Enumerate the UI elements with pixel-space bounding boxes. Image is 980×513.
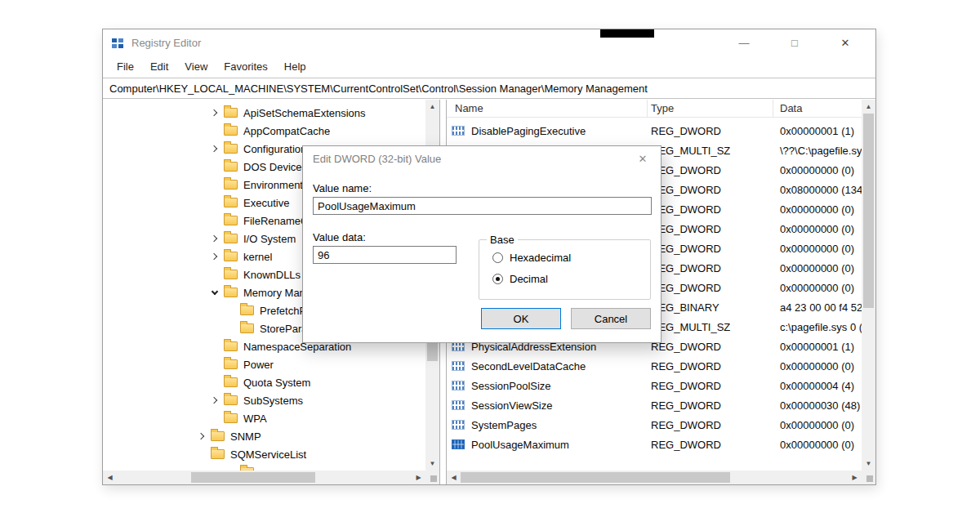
registry-value-icon [452, 126, 465, 136]
column-header-type[interactable]: Type [648, 100, 773, 117]
column-header-name[interactable]: Name [447, 100, 648, 117]
tree-item-label: WPA [243, 413, 267, 425]
expand-arrow-icon[interactable] [210, 253, 216, 260]
folder-icon [224, 162, 238, 172]
folder-icon [211, 431, 225, 441]
tree-item-sqmservicelist[interactable]: SQMServiceList [103, 445, 425, 463]
menu-favorites[interactable]: Favorites [216, 60, 275, 73]
tree-item-apisetschemaextensions[interactable]: ApiSetSchemaExtensions [103, 104, 425, 122]
value-data-cell: 0x00000000 (0) [773, 243, 862, 255]
value-name-cell: SessionPoolSize [447, 380, 648, 392]
decimal-radio[interactable]: Decimal [492, 273, 548, 285]
folder-icon [224, 216, 238, 225]
cancel-button[interactable]: Cancel [571, 308, 651, 329]
value-data-cell: 0x00000000 (0) [773, 164, 862, 176]
value-data-cell: a4 23 00 00 f4 52 [773, 301, 862, 314]
folder-icon [224, 144, 238, 154]
expand-arrow-icon[interactable] [210, 145, 216, 152]
scroll-down-icon[interactable]: ▼ [862, 457, 875, 471]
value-row-secondleveldatacache[interactable]: SecondLevelDataCacheREG_DWORD0x00000000 … [447, 356, 862, 376]
value-name-cell: SystemPages [447, 419, 648, 431]
value-type-cell: REG_BINARY [648, 301, 773, 314]
ok-button[interactable]: OK [481, 308, 561, 329]
value-type-cell: REG_DWORD [648, 282, 773, 294]
menu-edit[interactable]: Edit [142, 60, 176, 73]
value-name-cell: DisablePagingExecutive [447, 125, 648, 137]
radio-checked-icon[interactable] [492, 274, 503, 284]
tree-item-quota-system[interactable]: Quota System [103, 373, 425, 391]
list-vertical-scrollbar[interactable]: ▲ ▼ [862, 100, 875, 471]
value-type-cell: REG_DWORD [648, 125, 773, 137]
value-type-cell: REG_DWORD [648, 223, 773, 235]
value-type-cell: REG_DWORD [648, 341, 773, 353]
value-type-cell: REG_DWORD [648, 164, 773, 176]
column-header-data[interactable]: Data [773, 100, 862, 117]
folder-icon [211, 449, 225, 459]
tree-item-wpa[interactable]: WPA [103, 409, 425, 427]
registry-editor-icon [112, 37, 124, 49]
scroll-left-icon[interactable]: ◀ [447, 471, 461, 484]
expand-arrow-icon[interactable] [210, 109, 216, 116]
value-type-cell: REG_DWORD [648, 419, 773, 431]
value-row-disablepagingexecutive[interactable]: DisablePagingExecutiveREG_DWORD0x0000000… [447, 121, 862, 141]
tree-item-label: Quota System [243, 377, 310, 389]
value-data-cell: 0x00000004 (4) [773, 380, 862, 392]
scroll-up-icon[interactable]: ▲ [862, 100, 875, 114]
tree-item-label: I/O System [243, 233, 296, 245]
registry-value-icon [452, 381, 465, 390]
value-name-cell: PoolUsageMaximum [447, 439, 648, 451]
value-type-cell: REG_DWORD [648, 399, 773, 412]
close-button[interactable]: ✕ [820, 29, 871, 56]
value-data-cell: 0x08000000 (134 [773, 184, 862, 196]
tree-hscroll-thumb[interactable] [191, 472, 315, 483]
hexadecimal-radio[interactable]: Hexadecimal [492, 252, 571, 264]
value-row-poolusagemaximum[interactable]: PoolUsageMaximumREG_DWORD0x00000000 (0) [447, 435, 862, 454]
registry-value-icon [452, 400, 465, 410]
tree-item-label: Power [243, 359, 274, 371]
arrow-slot [207, 110, 222, 115]
collapse-arrow-icon[interactable] [211, 288, 217, 295]
radio-unchecked-icon[interactable] [492, 252, 503, 263]
menu-view[interactable]: View [176, 60, 216, 73]
scroll-up-icon[interactable]: ▲ [425, 100, 439, 114]
value-row-systempages[interactable]: SystemPagesREG_DWORD0x00000000 (0) [447, 415, 862, 435]
value-name-text: SystemPages [471, 419, 537, 431]
value-name-input[interactable] [313, 197, 652, 215]
expand-arrow-icon[interactable] [210, 397, 216, 404]
tree-item-label: AppCompatCache [243, 125, 330, 137]
value-type-cell: REG_DWORD [648, 262, 773, 274]
tree-item-power[interactable]: Power [103, 355, 425, 373]
value-row-sessionviewsize[interactable]: SessionViewSizeREG_DWORD0x00000030 (48) [447, 395, 862, 415]
menu-file[interactable]: File [109, 60, 142, 73]
value-type-cell: REG_DWORD [648, 439, 773, 451]
maximize-button[interactable]: □ [769, 29, 820, 56]
scroll-left-icon[interactable]: ◀ [103, 471, 117, 484]
menu-help[interactable]: Help [276, 60, 314, 73]
expand-arrow-icon[interactable] [210, 235, 216, 242]
arrow-slot [207, 254, 222, 259]
dialog-close-icon[interactable]: ✕ [625, 146, 661, 171]
value-name-label: Value name: [313, 182, 372, 194]
value-type-cell: REG_DWORD [648, 243, 773, 255]
list-hscroll-thumb[interactable] [461, 472, 730, 483]
tree-item-partial[interactable] [103, 463, 425, 471]
scroll-down-icon[interactable]: ▼ [425, 457, 439, 471]
list-vscroll-thumb[interactable] [863, 114, 874, 308]
scroll-right-icon[interactable]: ▶ [848, 471, 862, 484]
list-horizontal-scrollbar[interactable]: ◀ ▶ [447, 471, 862, 484]
value-data-input[interactable] [313, 246, 457, 264]
tree-item-snmp[interactable]: SNMP [103, 427, 425, 445]
arrow-slot [207, 398, 222, 403]
value-name-text: DisablePagingExecutive [471, 125, 586, 137]
value-row-sessionpoolsize[interactable]: SessionPoolSizeREG_DWORD0x00000004 (4) [447, 376, 862, 395]
tree-item-subsystems[interactable]: SubSystems [103, 391, 425, 409]
title-bar: Registry Editor — □ ✕ [103, 29, 875, 56]
value-data-cell: 0x00000000 (0) [773, 203, 862, 216]
scroll-right-icon[interactable]: ▶ [412, 471, 425, 484]
minimize-button[interactable]: — [719, 29, 769, 56]
tree-horizontal-scrollbar[interactable]: ◀ ▶ [103, 471, 425, 484]
folder-icon [224, 377, 238, 387]
tree-item-appcompatcache[interactable]: AppCompatCache [103, 122, 425, 140]
expand-arrow-icon[interactable] [197, 433, 203, 439]
address-bar[interactable]: Computer\HKEY_LOCAL_MACHINE\SYSTEM\Curre… [103, 78, 875, 99]
